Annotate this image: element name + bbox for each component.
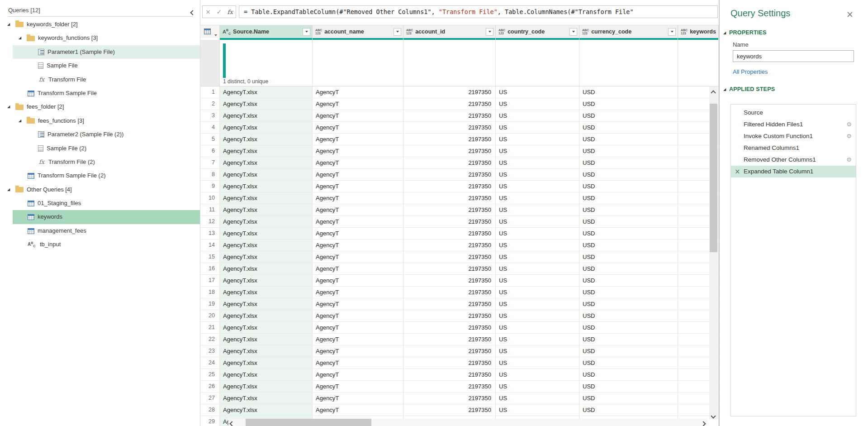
cell-account-name[interactable]: AgencyT [313, 369, 403, 380]
row-number[interactable]: 16 [200, 263, 220, 274]
cell-account-id[interactable]: 2197350 [403, 275, 496, 286]
collapse-queries-pane-button[interactable] [191, 9, 198, 16]
cell-account-name[interactable]: AgencyT [313, 404, 403, 416]
cell-source-name[interactable]: AgencyT.xlsx [220, 145, 313, 157]
cell-currency-code[interactable]: USD [579, 228, 678, 239]
select-all-button[interactable] [200, 25, 220, 38]
vertical-scrollbar[interactable] [709, 86, 718, 419]
expand-collapse-icon[interactable]: ◢ [19, 114, 23, 128]
cell-account-name[interactable]: AgencyT [313, 204, 403, 215]
cell-country-code[interactable]: US [496, 145, 579, 157]
applied-step-removed-other-columns1[interactable]: Removed Other Columns1⚙ [731, 154, 856, 166]
cell-country-code[interactable]: US [496, 134, 579, 145]
scroll-left-button[interactable] [230, 420, 234, 424]
cell-account-id[interactable]: 2197350 [403, 216, 496, 227]
cell-account-id[interactable]: 2197350 [403, 381, 496, 392]
cell-currency-code[interactable]: USD [579, 145, 678, 157]
row-number[interactable]: 18 [200, 287, 220, 298]
cell-account-id[interactable]: 2197350 [403, 263, 496, 274]
row-number[interactable]: 13 [200, 228, 220, 239]
sidebar-item-fees-folder-2[interactable]: ◢fees_folder [2] [0, 100, 200, 114]
sidebar-item-sample-file-2[interactable]: Sample File (2) [0, 142, 200, 155]
cell-account-id[interactable]: 2197350 [403, 392, 496, 404]
row-number[interactable]: 27 [200, 392, 220, 404]
cell-currency-code[interactable]: USD [579, 239, 678, 251]
cell-account-id[interactable]: 2197350 [403, 334, 496, 345]
sidebar-item-transform-file[interactable]: fxTransform File [0, 73, 200, 86]
cell-currency-code[interactable]: USD [579, 110, 678, 121]
cell-source-name[interactable]: AgencyT.xlsx [220, 369, 313, 380]
cell-account-name[interactable]: AgencyT [313, 134, 403, 145]
cell-source-name[interactable]: AgencyT.xlsx [220, 228, 313, 239]
cell-currency-code[interactable]: USD [579, 322, 678, 333]
cell-country-code[interactable]: US [496, 239, 579, 251]
cell-country-code[interactable]: US [496, 369, 579, 380]
row-number[interactable]: 23 [200, 345, 220, 357]
cell-country-code[interactable]: US [496, 86, 579, 98]
row-number[interactable]: 1 [200, 86, 220, 98]
properties-section-header[interactable]: ◢ PROPERTIES [720, 29, 868, 36]
cell-currency-code[interactable]: USD [579, 404, 678, 416]
sidebar-item-keywords-folder-2[interactable]: ◢keywords_folder [2] [0, 18, 200, 31]
cell-country-code[interactable]: US [496, 310, 579, 321]
scroll-right-button[interactable] [702, 420, 706, 424]
horizontal-scrollbar[interactable] [228, 419, 707, 426]
applied-step-expanded-table-column1[interactable]: ×Expanded Table Column1 [731, 166, 856, 177]
cell-account-id[interactable]: 2197350 [403, 251, 496, 263]
cell-source-name[interactable]: AgencyT.xlsx [220, 392, 313, 404]
cell-country-code[interactable]: US [496, 216, 579, 227]
cell-account-id[interactable]: 2197350 [403, 86, 496, 98]
cell-account-id[interactable]: 2197350 [403, 204, 496, 215]
cell-currency-code[interactable]: USD [579, 204, 678, 215]
cell-country-code[interactable]: US [496, 98, 579, 110]
cell-account-name[interactable]: AgencyT [313, 157, 403, 168]
row-number[interactable]: 2 [200, 98, 220, 110]
cell-country-code[interactable]: US [496, 381, 579, 392]
cell-currency-code[interactable]: USD [579, 192, 678, 204]
cell-source-name[interactable]: AgencyT.xlsx [220, 169, 313, 180]
row-number[interactable]: 5 [200, 134, 220, 145]
cell-source-name[interactable]: AgencyT.xlsx [220, 239, 313, 251]
cell-source-name[interactable]: AgencyT.xlsx [220, 192, 313, 204]
sidebar-item-sample-file[interactable]: Sample File [0, 59, 200, 72]
close-icon[interactable]: × [846, 10, 854, 19]
cell-source-name[interactable]: AgencyT.xlsx [220, 298, 313, 310]
cell-country-code[interactable]: US [496, 181, 579, 192]
sidebar-item-keywords-functions-3[interactable]: ◢keywords_functions [3] [0, 31, 200, 45]
row-number[interactable]: 25 [200, 369, 220, 380]
expand-collapse-icon[interactable]: ◢ [7, 100, 12, 114]
cell-currency-code[interactable]: USD [579, 381, 678, 392]
cell-account-name[interactable]: AgencyT [313, 392, 403, 404]
row-number[interactable]: 28 [200, 404, 220, 416]
cell-source-name[interactable]: AgencyT.xlsx [220, 134, 313, 145]
cancel-formula-button[interactable]: × [205, 9, 211, 15]
expand-collapse-icon[interactable]: ◢ [7, 18, 12, 31]
cell-currency-code[interactable]: USD [579, 216, 678, 227]
cell-source-name[interactable]: AgencyT.xlsx [220, 322, 313, 333]
cell-account-id[interactable]: 2197350 [403, 157, 496, 168]
gear-icon[interactable]: ⚙ [846, 154, 852, 166]
row-number[interactable]: 22 [200, 334, 220, 345]
expand-formula-bar-button[interactable] [673, 10, 713, 18]
cell-account-name[interactable]: AgencyT [313, 345, 403, 357]
row-number[interactable]: 4 [200, 122, 220, 133]
cell-country-code[interactable]: US [496, 357, 579, 369]
cell-currency-code[interactable]: USD [579, 310, 678, 321]
cell-country-code[interactable]: US [496, 157, 579, 168]
cell-currency-code[interactable]: USD [579, 392, 678, 404]
row-number[interactable]: 12 [200, 216, 220, 227]
sidebar-item-01-staging-files[interactable]: 01_Staging_files [0, 196, 200, 210]
cell-account-name[interactable]: AgencyT [313, 298, 403, 310]
cell-account-name[interactable]: AgencyT [313, 322, 403, 333]
cell-account-id[interactable]: 2197350 [403, 239, 496, 251]
cell-source-name[interactable]: AgencyT.xlsx [220, 122, 313, 133]
applied-steps-section-header[interactable]: ◢ APPLIED STEPS [720, 86, 868, 92]
cell-account-name[interactable]: AgencyT [313, 86, 403, 98]
cell-account-id[interactable]: 2197350 [403, 192, 496, 204]
fx-add-step-button[interactable]: fx [228, 9, 233, 15]
row-number[interactable]: 29 [200, 416, 220, 426]
row-number[interactable]: 17 [200, 275, 220, 286]
query-name-input[interactable] [733, 50, 854, 62]
cell-currency-code[interactable]: USD [579, 357, 678, 369]
row-number[interactable]: 14 [200, 239, 220, 251]
